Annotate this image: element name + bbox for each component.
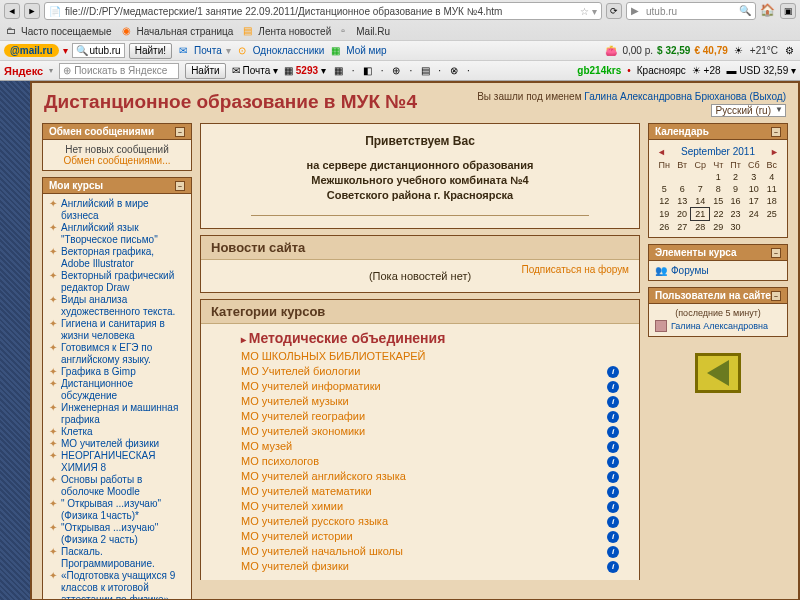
calendar-day[interactable]: 11 bbox=[763, 183, 780, 195]
url-bar[interactable]: 📄 file:///D:/РГУ/медмастерские/1 занятие… bbox=[44, 2, 602, 20]
category-link[interactable]: МО учителей истории bbox=[241, 529, 353, 544]
search-icon[interactable]: 🔍 bbox=[739, 5, 751, 17]
info-icon[interactable]: i bbox=[607, 456, 619, 468]
mailru-search[interactable]: 🔍utub.ru bbox=[72, 43, 125, 58]
calendar-day[interactable]: 10 bbox=[744, 183, 763, 195]
calendar-day[interactable]: 3 bbox=[744, 171, 763, 183]
bookmark-star-icon[interactable]: ☆ ▾ bbox=[580, 6, 597, 17]
course-link[interactable]: Готовимся к ЕГЭ по английскому языку. bbox=[61, 342, 185, 366]
language-select[interactable]: Русский (ru) bbox=[711, 104, 786, 117]
calendar-day[interactable]: 8 bbox=[710, 183, 727, 195]
category-link[interactable]: МО учителей химии bbox=[241, 499, 343, 514]
search-bar[interactable]: ▶ utub.ru 🔍 bbox=[626, 2, 756, 20]
info-icon[interactable]: i bbox=[607, 471, 619, 483]
bookmark-frequent[interactable]: 🗀Часто посещаемые bbox=[6, 25, 112, 37]
course-link[interactable]: Инженерная и машинная графика bbox=[61, 402, 185, 426]
yandex-find-button[interactable]: Найти bbox=[185, 63, 226, 79]
tool-icon-4[interactable]: ▤ bbox=[418, 64, 432, 78]
category-link[interactable]: МО учителей русского языка bbox=[241, 514, 388, 529]
mail-icon[interactable]: ✉ bbox=[176, 44, 190, 58]
play-badge[interactable] bbox=[695, 353, 741, 393]
category-link[interactable]: МО учителей экономики bbox=[241, 424, 365, 439]
calendar-day[interactable]: 20 bbox=[674, 208, 691, 221]
calendar-day[interactable]: 16 bbox=[727, 195, 744, 208]
calendar-day[interactable]: 7 bbox=[691, 183, 710, 195]
fullscreen-button[interactable]: ▣ bbox=[780, 3, 796, 19]
calendar-day[interactable]: 13 bbox=[674, 195, 691, 208]
course-link[interactable]: Графика в Gimp bbox=[61, 366, 136, 378]
calendar-day[interactable]: 26 bbox=[655, 221, 674, 234]
category-link[interactable]: МО ШКОЛЬНЫХ БИБЛИОТЕКАРЕЙ bbox=[241, 349, 426, 364]
info-icon[interactable]: i bbox=[607, 561, 619, 573]
bookmark-home[interactable]: ◉Начальная страница bbox=[122, 25, 234, 37]
course-link[interactable]: «Подготовка учащихся 9 классов к итогово… bbox=[61, 570, 185, 599]
calendar-day[interactable]: 25 bbox=[763, 208, 780, 221]
yandex-counter[interactable]: ▦ 5293 ▾ bbox=[284, 65, 326, 76]
calendar-day[interactable]: 21 bbox=[691, 208, 710, 221]
calendar-day[interactable]: 6 bbox=[674, 183, 691, 195]
user-profile-link[interactable]: Галина Александровна Брюханова bbox=[584, 91, 746, 102]
yandex-user[interactable]: gb214krs bbox=[577, 65, 621, 76]
yandex-logo[interactable]: Яндекс bbox=[4, 65, 43, 77]
course-link[interactable]: "Открывая ...изучаю" (Физика 2 часть) bbox=[61, 522, 185, 546]
info-icon[interactable]: i bbox=[607, 531, 619, 543]
calendar-day[interactable]: 17 bbox=[744, 195, 763, 208]
collapse-icon[interactable]: – bbox=[771, 127, 781, 137]
calendar-day[interactable]: 5 bbox=[655, 183, 674, 195]
category-link[interactable]: МО учителей английского языка bbox=[241, 469, 406, 484]
calendar-day[interactable]: 15 bbox=[710, 195, 727, 208]
calendar-day[interactable]: 4 bbox=[763, 171, 780, 183]
collapse-icon[interactable]: – bbox=[175, 127, 185, 137]
calendar-day[interactable]: 23 bbox=[727, 208, 744, 221]
mailru-logo[interactable]: @mail.ru bbox=[4, 44, 59, 57]
gear-icon[interactable]: ⚙ bbox=[782, 44, 796, 58]
collapse-icon[interactable]: – bbox=[771, 248, 781, 258]
course-link[interactable]: Паскаль. Программирование. bbox=[61, 546, 185, 570]
course-link[interactable]: НЕОРГАНИЧЕСКАЯ ХИМИЯ 8 bbox=[61, 450, 185, 474]
toolbar-odnoklassniki-link[interactable]: Одноклассники bbox=[253, 45, 324, 56]
calendar-day[interactable]: 28 bbox=[691, 221, 710, 234]
course-link[interactable]: Дистанционное обсуждение bbox=[61, 378, 185, 402]
back-button[interactable]: ◄ bbox=[4, 3, 20, 19]
category-link[interactable]: МО психологов bbox=[241, 454, 319, 469]
tool-icon-3[interactable]: ⊕ bbox=[389, 64, 403, 78]
toolbar-moimir-link[interactable]: Мой мир bbox=[346, 45, 386, 56]
home-icon[interactable]: 🏠 bbox=[760, 3, 776, 19]
info-icon[interactable]: i bbox=[607, 486, 619, 498]
calendar-day[interactable]: 12 bbox=[655, 195, 674, 208]
category-link[interactable]: МО музей bbox=[241, 439, 292, 454]
messages-link[interactable]: Обмен сообщениями... bbox=[49, 155, 185, 166]
course-link[interactable]: Виды анализа художественного текста. bbox=[61, 294, 185, 318]
collapse-icon[interactable]: – bbox=[175, 181, 185, 191]
tool-icon-1[interactable]: ▦ bbox=[332, 64, 346, 78]
course-link[interactable]: МО учителей физики bbox=[61, 438, 159, 450]
reload-button[interactable]: ⟳ bbox=[606, 3, 622, 19]
course-link[interactable]: Основы работы в оболочке Moodle bbox=[61, 474, 185, 498]
course-link[interactable]: Английский язык "Творческое письмо" bbox=[61, 222, 185, 246]
category-link[interactable]: МО Учителей биологии bbox=[241, 364, 360, 379]
calendar-day[interactable]: 19 bbox=[655, 208, 674, 221]
info-icon[interactable]: i bbox=[607, 381, 619, 393]
category-main[interactable]: Методические объединения bbox=[241, 330, 619, 346]
category-link[interactable]: МО учителей информатики bbox=[241, 379, 381, 394]
logout-link[interactable]: (Выход) bbox=[749, 91, 786, 102]
tool-icon-2[interactable]: ◧ bbox=[361, 64, 375, 78]
calendar-prev-icon[interactable]: ◄ bbox=[657, 147, 666, 157]
calendar-day[interactable]: 30 bbox=[727, 221, 744, 234]
course-link[interactable]: Клетка bbox=[61, 426, 93, 438]
info-icon[interactable]: i bbox=[607, 441, 619, 453]
bookmark-mailru[interactable]: ▫Mail.Ru bbox=[341, 25, 390, 37]
info-icon[interactable]: i bbox=[607, 396, 619, 408]
online-user-link[interactable]: Галина Александровна bbox=[671, 321, 768, 331]
category-link[interactable]: МО учителей географии bbox=[241, 409, 365, 424]
calendar-day[interactable]: 9 bbox=[727, 183, 744, 195]
tool-icon-5[interactable]: ⊗ bbox=[447, 64, 461, 78]
calendar-day[interactable]: 24 bbox=[744, 208, 763, 221]
calendar-day[interactable]: 18 bbox=[763, 195, 780, 208]
course-link[interactable]: Гигиена и санитария в жизни человека bbox=[61, 318, 185, 342]
calendar-day[interactable]: 14 bbox=[691, 195, 710, 208]
subscribe-link[interactable]: Подписаться на форум bbox=[521, 264, 629, 275]
category-link[interactable]: МО учителей физики bbox=[241, 559, 349, 574]
course-link[interactable]: Векторный графический редактор Draw bbox=[61, 270, 185, 294]
category-link[interactable]: МО учителей начальной школы bbox=[241, 544, 403, 559]
